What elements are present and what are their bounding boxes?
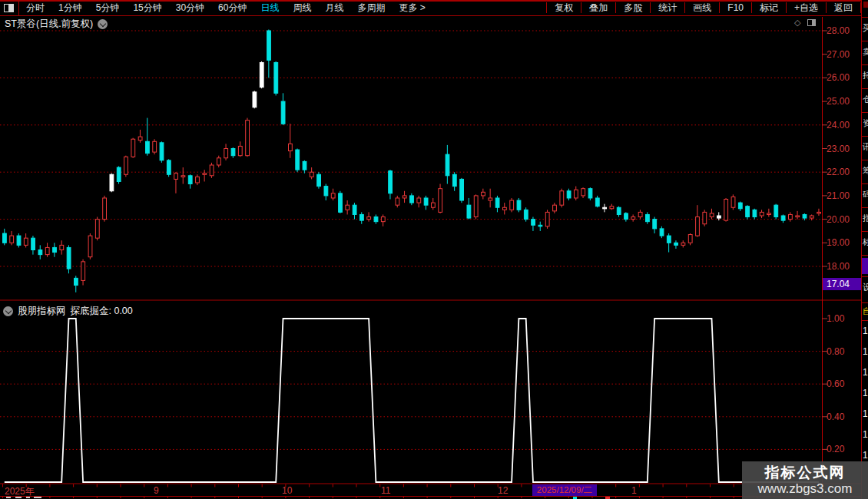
indicator-axis-label: 0.20 (827, 444, 844, 454)
price-axis-label: 18.00 (827, 261, 850, 272)
watermark-title: 指标公式网 (765, 464, 846, 481)
date-axis-label: 11 (381, 485, 390, 496)
diamond-icon[interactable]: ◇ (794, 18, 800, 27)
strip-divider (862, 17, 868, 18)
clipped-menu-item[interactable]: 筹 (863, 166, 868, 175)
strip-divider (862, 302, 868, 303)
date-axis-label: 10 (282, 485, 292, 496)
toolbar-item-分时[interactable]: 分时 (19, 2, 51, 13)
toolbar-action-+自选[interactable]: +自选 (786, 2, 826, 13)
crosshair-date-tag: 2025/12/09/二 (532, 484, 597, 496)
indicator-name-value: 探底掘金: 0.00 (71, 305, 133, 318)
price-axis-label: 26.00 (827, 72, 850, 83)
chart-corner-icons: ◇ (794, 18, 816, 27)
indicator-line (5, 319, 819, 482)
price-axis-label: 20.00 (827, 214, 850, 225)
title-bar: ST景谷(日线.前复权) (5, 18, 108, 31)
clipped-menu-item[interactable]: 标 (863, 237, 868, 246)
toolbar-item-15分钟[interactable]: 15分钟 (126, 2, 168, 13)
date-axis-label: 1 (631, 485, 637, 496)
toolbar-item-30分钟[interactable]: 30分钟 (169, 2, 211, 13)
window-layout-icon[interactable] (4, 4, 14, 12)
collapse-panel-icon[interactable] (3, 306, 13, 316)
clipped-menu-item[interactable]: 指 (863, 213, 868, 223)
price-axis-label: 27.00 (827, 49, 850, 60)
price-axis-label: 24.00 (827, 120, 850, 131)
clipped-quote-digit: 1 (863, 326, 868, 336)
indicator-header: 股朋指标网 探底掘金: 0.00 (3, 305, 133, 318)
strip-divider (862, 207, 868, 208)
toolbar-action-多股[interactable]: 多股 (615, 2, 650, 13)
strip-divider (862, 231, 868, 232)
watermark: 指标公式网 www.zbgs3.com (742, 461, 868, 499)
page-title: ST景谷(日线.前复权) (5, 18, 93, 31)
toolbar-item-60分钟[interactable]: 60分钟 (211, 2, 253, 13)
clipped-quote-digit: 1 (863, 408, 868, 419)
indicator-axis-label: 0.80 (827, 346, 844, 357)
price-axis-label: 28.00 (827, 25, 850, 36)
toolbar-action-画线[interactable]: 画线 (684, 2, 719, 13)
price-axis-label: 22.00 (827, 167, 850, 177)
strip-divider (862, 276, 868, 277)
strip-divider (862, 160, 868, 160)
strip-fragment (863, 2, 868, 8)
top-toolbar: 分时1分钟5分钟15分钟30分钟60分钟日线周线月线多周期更多 > 复权叠加多股… (0, 0, 861, 16)
toolbar-action-标记[interactable]: 标记 (751, 2, 786, 13)
toolbar-actions: 复权叠加多股统计画线F10标记+自选返回 (546, 1, 861, 15)
strip-divider (862, 255, 868, 256)
strip-divider (862, 320, 868, 321)
clipped-menu-item[interactable]: 持 (863, 71, 868, 80)
current-price-tag: 17.04 (823, 278, 864, 290)
chart-canvas[interactable] (0, 0, 868, 499)
toolbar-item-5分钟[interactable]: 5分钟 (89, 2, 127, 13)
toolbar-item-1分钟[interactable]: 1分钟 (51, 2, 89, 13)
watermark-url: www.zbgs3.com (758, 481, 853, 497)
toolbar-action-F10[interactable]: F10 (719, 2, 751, 13)
strip-divider (862, 41, 868, 41)
clipped-quote-digit: 1 (863, 367, 868, 378)
price-axis-label: 21.00 (827, 190, 850, 201)
price-axis-label: 25.00 (827, 96, 850, 107)
indicator-axis-label: 1.00 (827, 313, 844, 324)
clipped-quote-digit: 1 (863, 450, 868, 461)
clipped-quote-digit: 1 (863, 429, 868, 440)
toolbar-action-返回[interactable]: 返回 (826, 2, 861, 13)
clipped-text-fragment (15, 497, 22, 498)
strip-divider (862, 64, 868, 65)
clipped-quote-digit: 1 (863, 346, 868, 357)
strip-tab-label[interactable]: 自 (863, 306, 868, 317)
indicator-axis-label: 0.40 (827, 411, 844, 422)
chevron-down-icon[interactable] (98, 19, 108, 29)
toolbar-item-更多 >[interactable]: 更多 > (392, 2, 432, 13)
toolbar-item-多周期[interactable]: 多周期 (350, 2, 392, 13)
toolbar-item-日线[interactable]: 日线 (253, 2, 286, 13)
toolbar-item-月线[interactable]: 月线 (318, 2, 350, 13)
clipped-text-fragment (34, 497, 41, 498)
toolbar-action-复权[interactable]: 复权 (546, 2, 581, 13)
clipped-menu-item[interactable]: 资 (863, 118, 868, 127)
toolbar-action-叠加[interactable]: 叠加 (581, 2, 615, 13)
price-axis-label: 23.00 (827, 144, 850, 154)
split-view-icon[interactable] (807, 19, 816, 26)
strip-divider (862, 88, 868, 89)
toolbar-item-周线[interactable]: 周线 (286, 2, 318, 13)
clipped-menu-item[interactable]: 仓 (863, 94, 868, 104)
clipped-text-fragment (26, 497, 30, 498)
price-axis-label: 19.00 (827, 237, 850, 248)
strip-divider (862, 183, 868, 184)
clipped-menu-item[interactable]: 码 (863, 190, 868, 199)
trading-app-window: 分时1分钟5分钟15分钟30分钟60分钟日线周线月线多周期更多 > 复权叠加多股… (0, 0, 868, 499)
strip-divider (862, 136, 868, 137)
indicator-source: 股朋指标网 (18, 305, 66, 318)
clipped-menu-item[interactable]: 设 (863, 283, 868, 292)
date-axis-label: 9 (154, 485, 159, 496)
strip-divider (862, 112, 868, 113)
toolbar-action-统计[interactable]: 统计 (650, 2, 684, 13)
clipped-menu-item[interactable]: 买 (863, 23, 868, 32)
period-tabs: 分时1分钟5分钟15分钟30分钟60分钟日线周线月线多周期更多 > (19, 2, 432, 15)
date-axis-label: 12 (498, 485, 508, 496)
clipped-menu-item[interactable]: 卖 (863, 47, 868, 56)
strip-highlight (862, 258, 868, 274)
clipped-menu-item[interactable]: 讯 (863, 142, 868, 151)
clipped-quote-digit: 1 (863, 388, 868, 398)
